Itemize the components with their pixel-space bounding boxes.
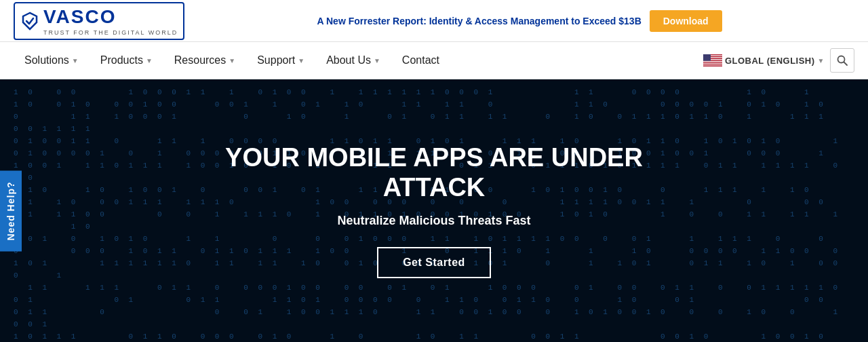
svg-rect-9	[703, 62, 722, 62]
chevron-down-icon: ▼	[374, 57, 380, 64]
nav-item-about[interactable]: About Us ▼	[315, 42, 391, 79]
svg-marker-0	[23, 13, 37, 29]
svg-rect-14	[703, 54, 711, 61]
nav-item-solutions[interactable]: Solutions ▼	[14, 42, 90, 79]
nav-links: Solutions ▼ Products ▼ Resources ▼ Suppo…	[14, 42, 703, 79]
logo-box: VASCO TRUST FOR THE DIGITAL WORLD	[14, 2, 184, 40]
chevron-down-icon: ▼	[229, 57, 235, 64]
get-started-button[interactable]: Get Started	[377, 247, 491, 278]
top-banner: VASCO TRUST FOR THE DIGITAL WORLD A New …	[0, 0, 868, 42]
need-help-sidebar[interactable]: Need Help?	[0, 170, 22, 251]
svg-rect-8	[703, 61, 722, 62]
nav-right: GLOBAL (ENGLISH) ▼	[703, 48, 854, 73]
nav-bar: Solutions ▼ Products ▼ Resources ▼ Suppo…	[0, 42, 868, 79]
hero-section: 1 0 0 0 1 0 0 0 1 1 1 0 1 0 0 1 1 1 1 1 …	[0, 79, 868, 342]
logo-area: VASCO TRUST FOR THE DIGITAL WORLD	[14, 2, 184, 40]
language-selector[interactable]: GLOBAL (ENGLISH) ▼	[703, 54, 825, 66]
chevron-down-icon: ▼	[146, 57, 153, 64]
download-button[interactable]: Download	[650, 10, 722, 32]
svg-rect-12	[703, 64, 722, 65]
hero-content: YOUR MOBILE APPS ARE UNDER ATTACK Neutra…	[197, 143, 671, 278]
us-flag-icon	[703, 54, 722, 66]
chevron-down-icon: ▼	[298, 57, 304, 64]
svg-rect-13	[703, 66, 722, 66]
svg-line-16	[844, 62, 848, 66]
svg-rect-10	[703, 62, 722, 63]
nav-item-contact[interactable]: Contact	[391, 42, 450, 79]
hero-title: YOUR MOBILE APPS ARE UNDER ATTACK	[197, 143, 671, 202]
search-button[interactable]	[830, 48, 854, 73]
svg-rect-11	[703, 64, 722, 64]
promo-banner: A New Forrester Report: Identity & Acces…	[184, 10, 854, 32]
vasco-shield-icon	[20, 12, 39, 31]
chevron-down-icon: ▼	[72, 57, 79, 64]
nav-item-products[interactable]: Products ▼	[90, 42, 163, 79]
hero-subtitle: Neutralize Malicious Threats Fast	[197, 214, 671, 228]
nav-item-resources[interactable]: Resources ▼	[163, 42, 246, 79]
lang-chevron-icon: ▼	[818, 57, 825, 64]
search-icon	[837, 55, 848, 66]
promo-text: A New Forrester Report: Identity & Acces…	[317, 16, 642, 26]
vasco-logo-text: VASCO TRUST FOR THE DIGITAL WORLD	[43, 6, 178, 36]
nav-item-support[interactable]: Support ▼	[246, 42, 315, 79]
